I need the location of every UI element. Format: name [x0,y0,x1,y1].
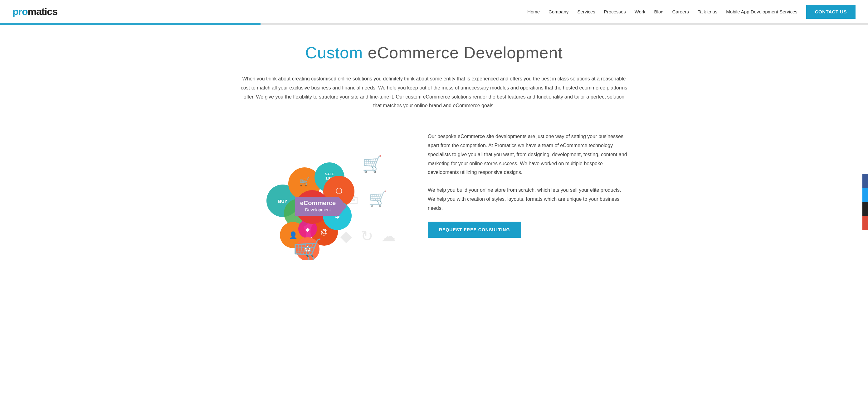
svg-text:🛒: 🛒 [292,237,323,260]
svg-text:🛒: 🛒 [362,154,382,174]
svg-text:🛒: 🛒 [369,190,387,208]
page-title-section: Custom eCommerce Development [241,43,627,62]
facebook-icon[interactable] [862,174,868,188]
logo[interactable]: promatics [12,6,57,18]
googleplus-icon[interactable] [862,216,868,230]
nav-processes[interactable]: Processes [604,9,626,14]
blob-container: 🛒 🛍 🛒 ◆ ↻ ☁ BUY 🛒 [247,129,403,260]
twitter-icon[interactable] [862,188,868,202]
nav-mobile[interactable]: Mobile App Development Services [726,9,797,14]
contact-us-button[interactable]: CONTACT US [806,5,856,19]
main-content: Custom eCommerce Development When you th… [216,25,652,285]
two-col-section: 🛒 🛍 🛒 ◆ ↻ ☁ BUY 🛒 [241,129,627,260]
svg-text:⬡: ⬡ [335,186,343,196]
intro-paragraph: When you think about creating customised… [241,74,627,110]
svg-text:SALE: SALE [325,172,334,176]
ecommerce-svg: 🛒 🛍 🛒 ◆ ↻ ☁ BUY 🛒 [247,129,403,260]
nav-careers[interactable]: Careers [672,9,689,14]
nav-home[interactable]: Home [527,9,540,14]
linkedin-icon[interactable] [862,202,868,216]
logo-pro: pro [12,6,28,18]
svg-text:Development: Development [305,207,331,212]
text-col: Our bespoke eCommerce site developments … [428,129,627,238]
page-heading: Custom eCommerce Development [241,43,627,62]
svg-text:◆: ◆ [340,228,352,244]
title-custom-word: Custom [305,44,363,62]
paragraph-1: Our bespoke eCommerce site developments … [428,132,627,177]
svg-text:@: @ [320,228,328,236]
logo-matics: matics [28,6,57,18]
header: promatics Home Company Services Processe… [0,0,868,23]
ecommerce-illustration-col: 🛒 🛍 🛒 ◆ ↻ ☁ BUY 🛒 [241,129,409,260]
svg-text:↻: ↻ [361,228,373,244]
nav-company[interactable]: Company [549,9,568,14]
svg-text:◆: ◆ [306,226,310,233]
nav-work[interactable]: Work [634,9,646,14]
paragraph-2: We help you build your online store from… [428,186,627,212]
svg-text:eCommerce: eCommerce [300,200,336,206]
svg-text:BUY: BUY [278,199,287,204]
nav-talk[interactable]: Talk to us [698,9,717,14]
nav-services[interactable]: Services [577,9,595,14]
title-rest: eCommerce Development [363,44,562,62]
main-nav: Home Company Services Processes Work Blo… [527,5,856,19]
svg-text:🛒: 🛒 [299,176,310,187]
request-consulting-button[interactable]: REQUEST FREE CONSULTING [428,222,521,238]
svg-text:☁: ☁ [381,228,396,244]
side-social-bar [862,174,868,230]
nav-blog[interactable]: Blog [654,9,664,14]
